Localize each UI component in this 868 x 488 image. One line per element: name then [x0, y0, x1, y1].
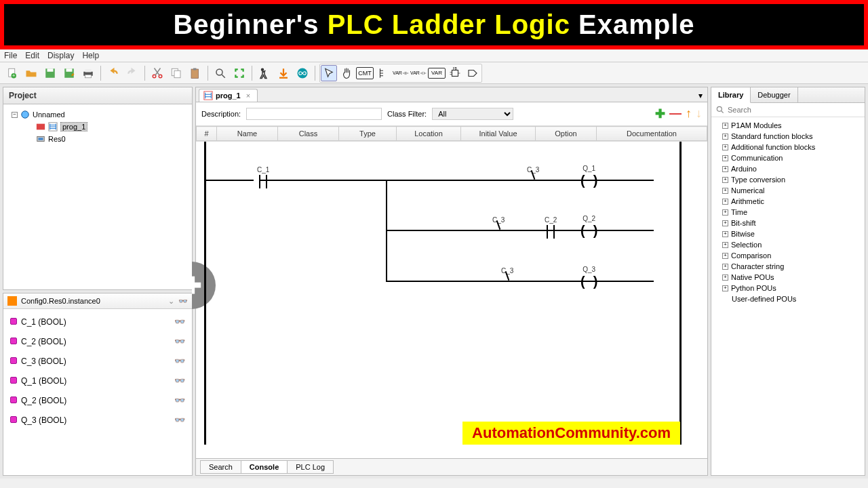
lib-item[interactable]: +Time — [713, 207, 863, 218]
expand-icon[interactable]: + — [722, 155, 728, 161]
collapse-icon[interactable]: − — [12, 112, 18, 118]
move-up-icon[interactable]: ↑ — [686, 106, 692, 121]
save-as-icon[interactable] — [61, 65, 77, 81]
remove-variable-icon[interactable]: — — [669, 106, 682, 121]
menu-edit[interactable]: Edit — [25, 51, 39, 60]
lib-item[interactable]: +P1AM Modules — [713, 120, 863, 131]
coil[interactable]: Q_1 () — [580, 165, 597, 187]
eye-icon[interactable]: 👓 — [174, 415, 185, 425]
paste-icon[interactable] — [187, 65, 203, 81]
debug-all-icon[interactable]: 👓 — [178, 297, 188, 306]
move-down-icon[interactable]: ↓ — [696, 106, 702, 121]
search-icon[interactable] — [212, 65, 229, 81]
col-type[interactable]: Type — [339, 127, 397, 141]
cut-icon[interactable] — [149, 65, 165, 81]
expand-icon[interactable]: + — [722, 209, 728, 216]
expand-icon[interactable]: + — [722, 242, 728, 248]
expand-icon[interactable]: + — [722, 144, 728, 150]
download-icon[interactable] — [275, 65, 292, 81]
expand-icon[interactable]: + — [722, 264, 728, 270]
expand-icon[interactable]: + — [722, 220, 728, 226]
menu-display[interactable]: Display — [47, 51, 74, 60]
project-tree[interactable]: − Unnamed prog_1 Res0 — [3, 104, 192, 149]
bottom-tab-search[interactable]: Search — [200, 460, 241, 474]
eye-icon[interactable]: 👓 — [174, 317, 185, 327]
lib-item[interactable]: +Selection — [713, 239, 863, 250]
expand-icon[interactable]: + — [722, 177, 728, 183]
lib-item[interactable]: +Native POUs — [713, 272, 863, 283]
expand-icon[interactable]: + — [722, 285, 728, 291]
expand-icon[interactable]: + — [722, 274, 728, 281]
variables-table[interactable]: # Name Class Type Location Initial Value… — [196, 126, 707, 142]
lib-item[interactable]: +Python POUs — [713, 283, 863, 293]
eye-icon[interactable]: 👓 — [174, 375, 185, 386]
lib-item[interactable]: +Additional function blocks — [713, 142, 863, 152]
fb-tool-icon[interactable]: FB — [447, 65, 463, 81]
tree-root[interactable]: − Unnamed — [6, 108, 189, 121]
lib-item[interactable]: +Bitwise — [713, 228, 863, 239]
class-filter-select[interactable]: All — [432, 108, 513, 120]
col-option[interactable]: Option — [536, 127, 597, 141]
power-rail-tool-icon[interactable] — [375, 65, 391, 81]
coil-tool-icon[interactable]: VAR — [410, 65, 427, 81]
tree-res[interactable]: Res0 — [6, 133, 189, 145]
contact-nc[interactable]: C_3 — [501, 267, 513, 276]
close-icon[interactable]: × — [246, 92, 250, 100]
var-row[interactable]: C_1 (BOOL)👓 — [6, 312, 189, 331]
expand-icon[interactable]: + — [722, 123, 728, 129]
expand-icon[interactable]: + — [722, 231, 728, 237]
eye-icon[interactable]: 👓 — [174, 336, 185, 346]
bottom-tab-plclog[interactable]: PLC Log — [287, 460, 334, 474]
open-icon[interactable] — [23, 65, 39, 81]
tree-prog[interactable]: prog_1 — [6, 121, 189, 133]
hand-tool-icon[interactable] — [338, 65, 355, 81]
editor-tab[interactable]: prog_1 × — [199, 89, 258, 102]
lib-item[interactable]: +Communication — [713, 152, 863, 163]
tab-debugger[interactable]: Debugger — [751, 87, 797, 102]
col-num[interactable]: # — [197, 127, 217, 141]
bottom-tab-console[interactable]: Console — [241, 460, 288, 474]
contact-nc[interactable]: C_3 — [527, 166, 539, 175]
expand-icon[interactable]: + — [722, 188, 728, 194]
expand-icon[interactable]: + — [722, 134, 728, 140]
variable-tool-icon[interactable]: VAR — [428, 68, 446, 79]
var-row[interactable]: Q_1 (BOOL)👓 — [6, 371, 189, 390]
contact-no[interactable]: C_2 — [545, 216, 557, 239]
menu-file[interactable]: File — [4, 51, 17, 60]
copy-icon[interactable] — [168, 65, 184, 81]
var-row[interactable]: C_3 (BOOL)👓 — [6, 351, 189, 371]
expand-icon[interactable]: + — [722, 253, 728, 259]
run-icon[interactable] — [256, 65, 273, 81]
contact-nc[interactable]: C_3 — [492, 216, 505, 225]
var-row[interactable]: C_2 (BOOL)👓 — [6, 331, 189, 351]
col-location[interactable]: Location — [397, 127, 461, 141]
col-class[interactable]: Class — [278, 127, 339, 141]
lib-item[interactable]: +Bit-shift — [713, 218, 863, 228]
lib-item[interactable]: +Arithmetic — [713, 196, 863, 207]
print-icon[interactable] — [80, 65, 96, 81]
var-row[interactable]: Q_3 (BOOL)👓 — [6, 410, 189, 430]
comment-tool-icon[interactable]: CMT — [356, 67, 374, 79]
eye-icon[interactable]: 👓 — [174, 395, 185, 405]
col-name[interactable]: Name — [217, 127, 278, 141]
contact-no[interactable]: C_1 — [257, 166, 269, 188]
menu-help[interactable]: Help — [82, 51, 99, 60]
library-tree[interactable]: +P1AM Modules +Standard function blocks … — [711, 117, 865, 307]
coil[interactable]: Q_2 () — [580, 215, 597, 237]
col-initial[interactable]: Initial Value — [461, 127, 536, 141]
add-variable-icon[interactable]: ✚ — [655, 106, 665, 121]
eye-icon[interactable]: 👓 — [174, 356, 185, 366]
tab-library[interactable]: Library — [711, 87, 751, 103]
arduino-icon[interactable] — [294, 65, 311, 81]
var-row[interactable]: Q_2 (BOOL)👓 — [6, 390, 189, 410]
ladder-editor[interactable]: C_1 C_3 Q_1 () C_3 — [196, 142, 707, 458]
pointer-tool-icon[interactable] — [321, 65, 337, 81]
tabstrip-menu-icon[interactable]: ▾ — [696, 91, 705, 100]
lib-item[interactable]: +Comparison — [713, 250, 863, 261]
save-icon[interactable] — [42, 65, 58, 81]
lib-item[interactable]: +Character string — [713, 261, 863, 272]
lib-item[interactable]: User-defined POUs — [713, 293, 863, 304]
lib-item[interactable]: +Numerical — [713, 185, 863, 196]
expand-icon[interactable]: + — [722, 199, 728, 205]
description-input[interactable] — [246, 108, 382, 120]
